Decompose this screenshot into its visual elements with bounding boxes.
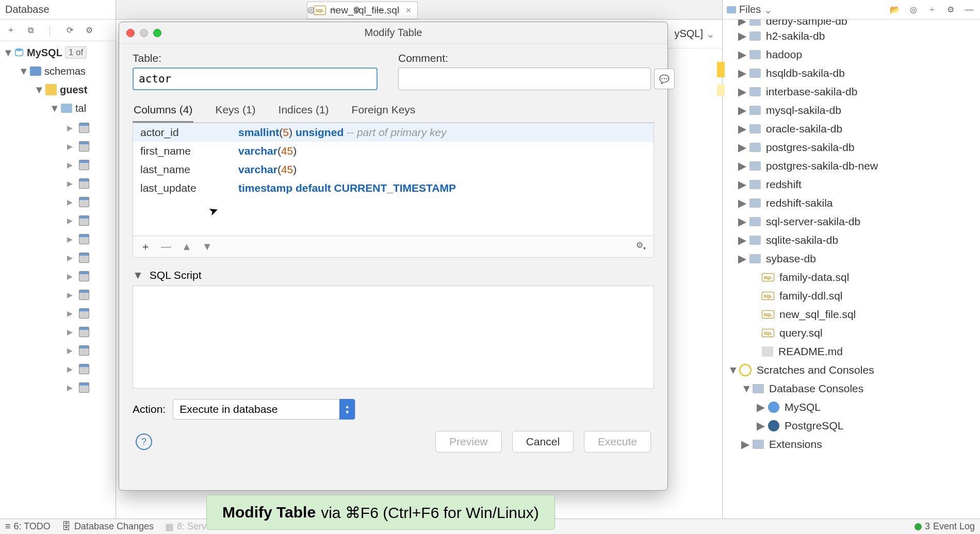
sidebar-item-dir[interactable]: ▶oracle-sakila-db — [723, 120, 980, 138]
table-row[interactable]: ▶ — [67, 378, 116, 397]
cancel-button[interactable]: Cancel — [512, 431, 574, 453]
sidebar-item-extensions[interactable]: ▶Extensions — [723, 435, 980, 454]
table-row[interactable]: ▶ — [67, 193, 116, 211]
column-row[interactable]: actor_idsmallint(5) unsigned -- part of … — [133, 123, 654, 142]
table-row[interactable]: ▶ — [67, 360, 116, 378]
chevron-right-icon[interactable]: ▶ — [67, 254, 73, 262]
sidebar-item-dir[interactable]: ▶postgres-sakila-db-new — [723, 157, 980, 175]
sidebar-item-dir[interactable]: ▶hadoop — [723, 45, 980, 64]
chevron-right-icon[interactable]: ▶ — [67, 124, 73, 132]
table-row[interactable]: ▶ — [67, 156, 116, 174]
table-row[interactable]: ▶ — [67, 174, 116, 193]
collapse-icon[interactable]: ÷ — [327, 3, 340, 16]
chevron-right-icon[interactable]: ▶ — [738, 48, 746, 61]
chevron-right-icon[interactable]: ▶ — [757, 401, 765, 413]
sidebar-item-dir[interactable]: ▶postgres-sakila-db — [723, 138, 980, 157]
add-icon[interactable]: ＋ — [4, 24, 18, 37]
sidebar-item-postgresql[interactable]: ▶PostgreSQL — [723, 416, 980, 435]
tree-root[interactable]: ▼ MySQL 1 of — [0, 43, 116, 62]
sidebar-item-file[interactable]: SQLquery.sql — [723, 324, 980, 342]
chevron-right-icon[interactable]: ▶ — [738, 197, 746, 209]
add-column-icon[interactable]: ＋ — [140, 240, 151, 254]
sidebar-item-dir[interactable]: ▶sql-server-sakila-db — [723, 212, 980, 231]
tab-foreign-keys[interactable]: Foreign Keys — [351, 99, 417, 122]
move-down-icon[interactable]: ▼ — [202, 241, 213, 253]
sidebar-item-dir[interactable]: ▶redshift-sakila — [723, 194, 980, 212]
column-row[interactable]: first_namevarchar(45) — [133, 142, 654, 160]
close-icon[interactable]: × — [405, 5, 411, 16]
table-row[interactable]: ▶ — [67, 341, 116, 360]
status-db-changes[interactable]: 🗄Database Changes — [62, 521, 154, 532]
table-row[interactable]: ▶ — [67, 304, 116, 323]
close-window-icon[interactable] — [126, 29, 135, 37]
chevron-right-icon[interactable]: ▶ — [738, 86, 746, 98]
status-todo[interactable]: ≡6: TODO — [5, 521, 51, 532]
chevron-right-icon[interactable]: ▶ — [738, 215, 746, 228]
chevron-right-icon[interactable]: ▶ — [67, 161, 73, 169]
chevron-right-icon[interactable]: ▶ — [757, 420, 765, 432]
column-row[interactable]: last_namevarchar(45) — [133, 160, 654, 179]
sidebar-item-dir[interactable]: ▶h2-sakila-db — [723, 27, 980, 45]
sidebar-item-file[interactable]: README.md — [723, 342, 980, 361]
gear-icon[interactable]: ⚙ — [944, 3, 957, 16]
chevron-right-icon[interactable]: ▶ — [67, 142, 73, 151]
open-folder-icon[interactable]: 📂 — [888, 3, 902, 16]
chevron-right-icon[interactable]: ▶ — [67, 216, 73, 225]
chevron-down-icon[interactable]: ⌄ — [764, 4, 773, 16]
table-row[interactable]: ▶ — [67, 286, 116, 304]
tab-keys[interactable]: Keys (1) — [214, 99, 256, 122]
sidebar-item-dir[interactable]: ▶derby-sample-db — [723, 20, 980, 27]
target-icon[interactable]: ◎ — [907, 3, 920, 16]
sidebar-item-dir[interactable]: ▶mysql-sakila-db — [723, 101, 980, 120]
chevron-right-icon[interactable]: ▶ — [738, 141, 746, 154]
move-up-icon[interactable]: ▲ — [182, 241, 192, 253]
tree-schemas[interactable]: ▼ schemas — [0, 62, 116, 80]
sql-script-header[interactable]: ▼ SQL Script — [133, 269, 654, 281]
maximize-window-icon[interactable] — [153, 29, 161, 37]
chevron-right-icon[interactable]: ▶ — [67, 309, 73, 318]
sidebar-item-file[interactable]: SQLfamily-ddl.sql — [723, 287, 980, 305]
chevron-down-icon[interactable]: ▼ — [19, 65, 27, 77]
tree-guest[interactable]: ▼ guest — [0, 80, 116, 99]
action-select[interactable]: Execute in database ▲▼ — [173, 399, 355, 420]
chevron-down-icon[interactable]: ▼ — [728, 364, 736, 376]
tab-indices[interactable]: Indices (1) — [277, 99, 330, 122]
chevron-right-icon[interactable]: ▶ — [738, 67, 746, 79]
chevron-down-icon[interactable]: ▼ — [34, 84, 42, 96]
chevron-right-icon[interactable]: ▶ — [738, 20, 746, 27]
remove-column-icon[interactable]: — — [161, 241, 171, 253]
chevron-right-icon[interactable]: ▶ — [67, 346, 73, 355]
chevron-right-icon[interactable]: ▶ — [738, 234, 746, 246]
execute-button[interactable]: Execute — [584, 431, 651, 453]
chevron-down-icon[interactable]: ▼ — [50, 103, 58, 114]
table-name-input[interactable] — [133, 68, 378, 90]
table-row[interactable]: ▶ — [67, 137, 116, 156]
filter-icon[interactable]: ⚙ — [83, 24, 96, 37]
chevron-right-icon[interactable]: ▶ — [738, 160, 746, 172]
sidebar-item-db-consoles[interactable]: ▼Database Consoles — [723, 379, 980, 398]
minimize-icon[interactable]: — — [962, 3, 976, 16]
chevron-right-icon[interactable]: ▶ — [67, 235, 73, 243]
sidebar-item-scratches[interactable]: ▼Scratches and Consoles — [723, 361, 980, 379]
chevron-right-icon[interactable]: ▶ — [67, 291, 73, 299]
gear-icon[interactable]: ⚙▾ — [636, 240, 646, 251]
sidebar-item-dir[interactable]: ▶sqlite-sakila-db — [723, 231, 980, 249]
comment-input[interactable] — [398, 68, 651, 90]
chevron-right-icon[interactable]: ▶ — [738, 123, 746, 135]
table-row[interactable]: ▶ — [67, 230, 116, 248]
tab-columns[interactable]: Columns (4) — [133, 99, 193, 123]
table-row[interactable]: ▶ — [67, 248, 116, 267]
minimize-icon[interactable]: — — [372, 3, 386, 16]
sidebar-item-dir[interactable]: ▶hsqldb-sakila-db — [723, 64, 980, 82]
sidebar-item-file[interactable]: SQLfamily-data.sql — [723, 268, 980, 287]
duplicate-icon[interactable]: ⧉ — [24, 24, 37, 37]
columns-list[interactable]: actor_idsmallint(5) unsigned -- part of … — [133, 123, 654, 236]
chevron-right-icon[interactable]: ▶ — [67, 198, 73, 206]
help-button[interactable]: ? — [136, 433, 152, 450]
collapse-icon[interactable]: ÷ — [925, 3, 939, 16]
sidebar-item-file[interactable]: SQLnew_sql_file.sql — [723, 305, 980, 324]
chevron-right-icon[interactable]: ▶ — [738, 104, 746, 116]
sidebar-item-mysql[interactable]: ▶MySQL — [723, 398, 980, 416]
files-panel-title[interactable]: Files ⌄ — [727, 4, 773, 16]
tree-tables[interactable]: ▼ tal — [0, 99, 116, 118]
